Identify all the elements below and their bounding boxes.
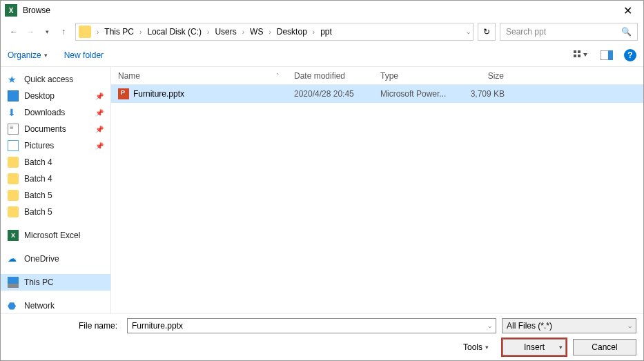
sidebar-item-pictures[interactable]: Pictures📌 <box>1 137 110 154</box>
sidebar-item-microsoft-excel[interactable]: Microsoft Excel <box>1 227 110 244</box>
up-button[interactable]: ↑ <box>56 24 71 39</box>
column-name[interactable]: Name ˄ <box>111 71 287 81</box>
breadcrumb-item[interactable]: WS <box>247 26 266 38</box>
nav-arrows: ← → ▾ ↑ <box>6 24 71 39</box>
insert-label: Insert <box>524 342 545 352</box>
new-folder-label: New folder <box>64 50 104 60</box>
excel-app-icon: X <box>5 4 17 17</box>
column-size[interactable]: Size <box>456 71 511 81</box>
column-type[interactable]: Type <box>373 71 456 81</box>
bottom-panel: File name: ⌵ All Files (*.*) ⌵ Tools ▾ I… <box>1 313 643 360</box>
sidebar-item-downloads[interactable]: ⬇Downloads📌 <box>1 104 110 121</box>
close-button[interactable]: ✕ <box>616 4 639 17</box>
sort-indicator-icon: ˄ <box>276 72 280 79</box>
sidebar-item-documents[interactable]: Documents📌 <box>1 121 110 137</box>
sidebar-item-quick-access[interactable]: ★Quick access <box>1 71 110 88</box>
column-size-label: Size <box>488 71 504 81</box>
filename-combo[interactable]: ⌵ <box>127 318 496 333</box>
chevron-down-icon: ▾ <box>485 344 489 351</box>
column-name-label: Name <box>118 71 140 81</box>
sidebar-item-label: Network <box>24 301 55 311</box>
file-row[interactable]: Furniture.pptx2020/4/28 20:45Microsoft P… <box>111 85 643 103</box>
svg-rect-3 <box>578 55 580 57</box>
sidebar-item-batch-4[interactable]: Batch 4 <box>1 154 110 170</box>
breadcrumb[interactable]: › This PC › Local Disk (C:) › Users › WS… <box>75 23 474 41</box>
svg-rect-1 <box>578 50 580 53</box>
chevron-right-icon: › <box>311 28 316 36</box>
sidebar-item-label: Pictures <box>24 141 54 150</box>
sidebar-item-label: Batch 4 <box>24 174 52 184</box>
button-row: Tools ▾ Insert ▾ Cancel <box>1 338 643 360</box>
chevron-right-icon: › <box>267 28 272 36</box>
insert-split-arrow[interactable]: ▾ <box>559 344 563 351</box>
sidebar-item-onedrive[interactable]: ☁OneDrive <box>1 251 110 267</box>
svg-rect-0 <box>574 50 576 53</box>
sidebar-item-batch-5[interactable]: Batch 5 <box>1 187 110 204</box>
breadcrumb-dropdown[interactable]: ⌵ <box>467 28 470 35</box>
sidebar-item-label: OneDrive <box>24 254 59 264</box>
svg-rect-6 <box>608 50 613 60</box>
column-date[interactable]: Date modified <box>287 71 373 81</box>
chevron-down-icon[interactable]: ⌵ <box>488 322 491 329</box>
organize-label: Organize <box>8 50 41 60</box>
pin-icon: 📌 <box>95 109 104 117</box>
recent-dropdown[interactable]: ▾ <box>39 24 55 39</box>
breadcrumb-item[interactable]: Local Disk (C:) <box>144 26 204 38</box>
tools-menu[interactable]: Tools ▾ <box>463 342 489 352</box>
sidebar-item-this-pc[interactable]: This PC <box>1 274 110 291</box>
breadcrumb-item[interactable]: This PC <box>101 26 137 38</box>
cancel-label: Cancel <box>592 342 617 352</box>
sidebar-item-desktop[interactable]: Desktop📌 <box>1 88 110 104</box>
preview-pane-button[interactable] <box>598 48 616 62</box>
breadcrumb-item[interactable]: ppt <box>318 26 335 38</box>
filename-input[interactable] <box>132 321 488 331</box>
file-name: Furniture.pptx <box>133 89 184 99</box>
breadcrumb-item[interactable]: Users <box>212 26 239 38</box>
toolbar: Organize ▾ New folder ? <box>1 43 643 67</box>
search-box[interactable]: 🔍 <box>500 23 638 41</box>
filename-row: File name: ⌵ All Files (*.*) ⌵ <box>1 314 643 338</box>
view-options-button[interactable] <box>572 48 589 62</box>
search-input[interactable] <box>506 27 621 37</box>
cancel-button[interactable]: Cancel <box>573 339 636 355</box>
insert-button[interactable]: Insert ▾ <box>502 339 566 355</box>
pin-icon: 📌 <box>95 142 104 150</box>
filename-label: File name: <box>8 321 121 331</box>
sidebar-item-batch-4[interactable]: Batch 4 <box>1 170 110 187</box>
titlebar: X Browse ✕ <box>1 1 643 20</box>
sidebar-item-label: This PC <box>24 277 54 287</box>
back-button[interactable]: ← <box>6 24 21 39</box>
sidebar-item-label: Downloads <box>24 108 65 117</box>
forward-button[interactable]: → <box>23 24 38 39</box>
tools-label: Tools <box>463 342 482 352</box>
sidebar-item-label: Documents <box>24 124 66 134</box>
sidebar-item-label: Desktop <box>24 91 55 101</box>
chevron-down-icon: ▾ <box>44 52 48 59</box>
chevron-down-icon: ⌵ <box>628 322 632 329</box>
sidebar-item-network[interactable]: ⬣Network <box>1 297 110 314</box>
refresh-button[interactable]: ↻ <box>478 23 496 41</box>
file-type: Microsoft Power... <box>373 89 456 99</box>
file-pane: Name ˄ Date modified Type Size Furniture… <box>111 67 643 314</box>
breadcrumb-item[interactable]: Desktop <box>274 26 310 38</box>
sidebar-item-label: Microsoft Excel <box>24 231 80 240</box>
file-date: 2020/4/28 20:45 <box>287 89 373 99</box>
search-icon: 🔍 <box>621 27 632 37</box>
chevron-right-icon: › <box>241 28 246 36</box>
window-title: Browse <box>23 6 50 15</box>
nav-row: ← → ▾ ↑ › This PC › Local Disk (C:) › Us… <box>1 20 643 43</box>
new-folder-button[interactable]: New folder <box>64 50 104 60</box>
column-headers: Name ˄ Date modified Type Size <box>111 67 643 85</box>
sidebar-item-batch-5[interactable]: Batch 5 <box>1 204 110 220</box>
sidebar-item-label: Quick access <box>24 75 73 84</box>
powerpoint-file-icon <box>118 88 129 99</box>
organize-menu[interactable]: Organize ▾ <box>8 50 48 60</box>
column-type-label: Type <box>380 71 398 81</box>
file-size: 3,709 KB <box>456 89 511 99</box>
sidebar-item-label: Batch 4 <box>24 157 52 167</box>
svg-marker-4 <box>583 53 587 57</box>
pin-icon: 📌 <box>95 126 104 133</box>
filetype-filter[interactable]: All Files (*.*) ⌵ <box>502 318 636 333</box>
help-button[interactable]: ? <box>624 49 636 61</box>
pin-icon: 📌 <box>95 92 104 100</box>
